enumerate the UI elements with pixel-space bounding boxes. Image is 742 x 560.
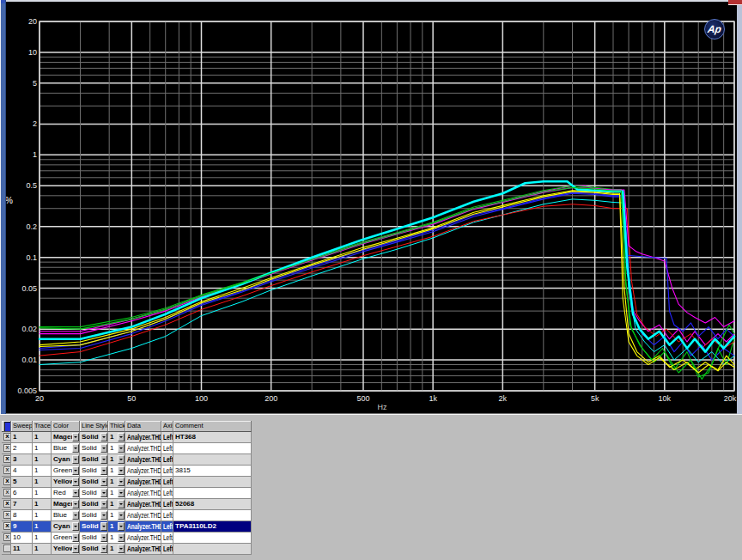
dropdown-button[interactable] xyxy=(72,478,79,486)
cell-color[interactable]: Red xyxy=(52,488,80,499)
cell-data[interactable]: Analyzer.THD+N xyxy=(125,499,161,510)
cell-sweep[interactable]: 10 xyxy=(11,533,33,544)
cell-color[interactable]: Blue xyxy=(52,510,80,521)
cell-sweep[interactable]: 2 xyxy=(11,443,33,454)
cell-thick[interactable]: 1 xyxy=(108,443,125,454)
cell-line-style[interactable]: Solid xyxy=(80,544,108,555)
cell-thick[interactable]: 1 xyxy=(108,521,125,533)
cell-comment[interactable] xyxy=(173,443,252,454)
dropdown-button[interactable] xyxy=(72,455,79,464)
dropdown-button[interactable] xyxy=(72,533,79,542)
cell-trace[interactable]: 1 xyxy=(33,477,52,488)
dropdown-button[interactable] xyxy=(118,545,125,553)
row-checkbox[interactable]: x xyxy=(3,444,11,452)
cell-trace[interactable]: 1 xyxy=(33,510,52,521)
row-checkbox[interactable]: x xyxy=(3,533,11,541)
dropdown-button[interactable] xyxy=(118,466,125,475)
row-checkbox[interactable]: x xyxy=(3,433,11,441)
cell-color[interactable]: Cyan xyxy=(52,521,80,533)
cell-axis[interactable]: Left xyxy=(161,510,173,521)
cell-data[interactable]: Analyzer.THD+N xyxy=(125,454,161,466)
dropdown-button[interactable] xyxy=(118,433,125,441)
cell-trace[interactable]: 1 xyxy=(33,454,52,466)
cell-comment[interactable] xyxy=(173,510,252,521)
cell-color[interactable]: Green xyxy=(52,466,80,477)
dropdown-button[interactable] xyxy=(72,489,79,497)
cell-color[interactable]: Green xyxy=(52,533,80,544)
cell-axis[interactable]: Left xyxy=(161,533,173,544)
cell-thick[interactable]: 1 xyxy=(108,477,125,488)
table-row-1[interactable]: x11MagentaSolid1Analyzer.THD+NLeftHT368 xyxy=(2,432,252,443)
cell-thick[interactable]: 1 xyxy=(108,499,125,510)
cell-line-style[interactable]: Solid xyxy=(80,499,108,510)
cell-comment[interactable]: HT368 xyxy=(173,432,252,443)
cell-data[interactable]: Analyzer.THD+N xyxy=(125,521,161,533)
select-all-square[interactable] xyxy=(4,422,11,432)
cell-comment[interactable]: 52068 xyxy=(173,499,252,510)
cell-thick[interactable]: 1 xyxy=(108,510,125,521)
table-row-11[interactable]: 111YellowSolid1Analyzer.THD+NLeft xyxy=(2,544,252,555)
cell-trace[interactable]: 1 xyxy=(33,443,52,454)
cell-trace[interactable]: 1 xyxy=(33,544,52,555)
cell-trace[interactable]: 1 xyxy=(33,432,52,443)
cell-axis[interactable]: Left xyxy=(161,454,173,466)
cell-color[interactable]: Blue xyxy=(52,443,80,454)
cell-data[interactable]: Analyzer.THD+N xyxy=(125,533,161,544)
dropdown-button[interactable] xyxy=(118,478,125,486)
cell-sweep[interactable]: 8 xyxy=(11,510,33,521)
dropdown-button[interactable] xyxy=(72,433,79,441)
cell-color[interactable]: Magenta xyxy=(52,432,80,443)
row-checkbox[interactable]: x xyxy=(3,455,11,463)
table-row-3[interactable]: x31CyanSolid1Analyzer.THD+NLeft xyxy=(2,454,252,466)
cell-line-style[interactable]: Solid xyxy=(80,454,108,466)
cell-sweep[interactable]: 5 xyxy=(11,477,33,488)
row-checkbox[interactable]: x xyxy=(3,511,11,519)
table-row-10[interactable]: x101GreenSolid1Analyzer.THD+NLeft xyxy=(2,533,252,544)
cell-line-style[interactable]: Solid xyxy=(80,432,108,443)
cell-comment[interactable]: TPA3110LD2 xyxy=(173,521,252,533)
dropdown-button[interactable] xyxy=(118,444,125,453)
dropdown-button[interactable] xyxy=(118,533,125,542)
cell-line-style[interactable]: Solid xyxy=(80,477,108,488)
cell-line-style[interactable]: Solid xyxy=(80,521,108,533)
cell-thick[interactable]: 1 xyxy=(108,454,125,466)
dropdown-button[interactable] xyxy=(100,455,107,464)
cell-data[interactable]: Analyzer.THD+N xyxy=(125,544,161,555)
cell-axis[interactable]: Left xyxy=(161,432,173,443)
cell-data[interactable]: Analyzer.THD+N xyxy=(125,510,161,521)
cell-line-style[interactable]: Solid xyxy=(80,466,108,477)
cell-sweep[interactable]: 1 xyxy=(11,432,33,443)
dropdown-button[interactable] xyxy=(100,489,107,497)
table-row-4[interactable]: x41GreenSolid1Analyzer.THD+NLeft3815 xyxy=(2,466,252,477)
cell-sweep[interactable]: 6 xyxy=(11,488,33,499)
dropdown-button[interactable] xyxy=(118,455,125,464)
cell-comment[interactable] xyxy=(173,477,252,488)
cell-comment[interactable] xyxy=(173,454,252,466)
cell-sweep[interactable]: 3 xyxy=(11,454,33,466)
table-row-8[interactable]: x81BlueSolid1Analyzer.THD+NLeft xyxy=(2,510,252,521)
table-row-7[interactable]: x71MagentaSolid1Analyzer.THD+NLeft52068 xyxy=(2,499,252,510)
dropdown-button[interactable] xyxy=(100,444,107,453)
cell-trace[interactable]: 1 xyxy=(33,499,52,510)
dropdown-button[interactable] xyxy=(72,522,79,531)
cell-comment[interactable]: 3815 xyxy=(173,466,252,477)
close-button-fragment[interactable] xyxy=(728,0,742,5)
row-checkbox[interactable]: x xyxy=(3,478,11,485)
cell-thick[interactable]: 1 xyxy=(108,488,125,499)
dropdown-button[interactable] xyxy=(100,522,107,531)
cell-line-style[interactable]: Solid xyxy=(80,488,108,499)
cell-sweep[interactable]: 7 xyxy=(11,499,33,510)
cell-axis[interactable]: Left xyxy=(161,488,173,499)
dropdown-button[interactable] xyxy=(100,478,107,486)
cell-sweep[interactable]: 9 xyxy=(11,521,33,533)
cell-data[interactable]: Analyzer.THD+N xyxy=(125,443,161,454)
row-checkbox[interactable] xyxy=(3,545,11,552)
cell-thick[interactable]: 1 xyxy=(108,544,125,555)
cell-line-style[interactable]: Solid xyxy=(80,510,108,521)
dropdown-button[interactable] xyxy=(100,545,107,553)
cell-line-style[interactable]: Solid xyxy=(80,533,108,544)
cell-comment[interactable] xyxy=(173,544,252,555)
dropdown-button[interactable] xyxy=(100,533,107,542)
cell-axis[interactable]: Left xyxy=(161,521,173,533)
cell-color[interactable]: Cyan xyxy=(52,454,80,466)
